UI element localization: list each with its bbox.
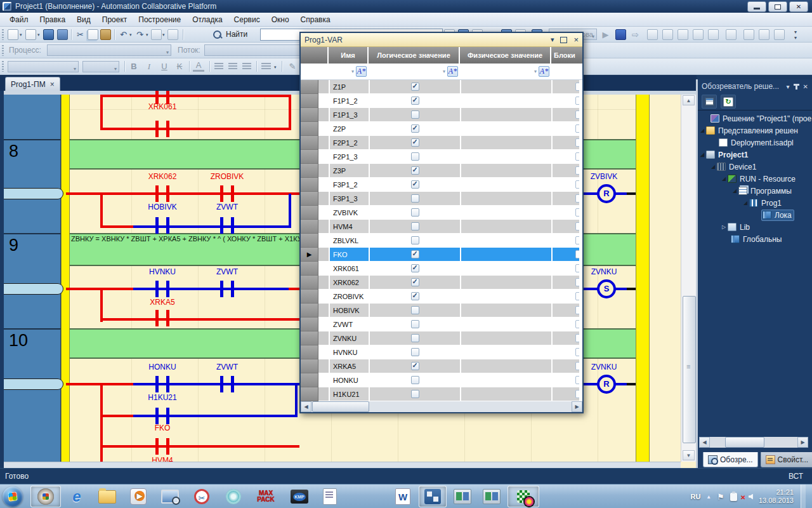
block-checkbox[interactable] bbox=[575, 236, 579, 244]
restore-button[interactable] bbox=[768, 1, 787, 12]
tree-item-solution[interactable]: Решение "Project1" (прое bbox=[698, 112, 812, 124]
blocks-cell[interactable] bbox=[551, 234, 579, 248]
physical-value-cell[interactable] bbox=[460, 94, 551, 108]
contact-hobivk[interactable] bbox=[155, 217, 169, 234]
contact-zvwt-1[interactable] bbox=[220, 217, 234, 234]
value-checkbox[interactable] bbox=[411, 390, 419, 398]
table-row[interactable]: ▶ F1P1_3 bbox=[301, 108, 582, 122]
block-checkbox[interactable] bbox=[575, 110, 579, 119]
logical-value-cell[interactable] bbox=[369, 387, 460, 401]
contact-zvwt-2[interactable] bbox=[220, 281, 234, 297]
expander-closed-icon[interactable]: ▷ bbox=[720, 224, 728, 230]
row-indicator[interactable]: ▶ bbox=[301, 248, 318, 262]
scrollbar-thumb[interactable] bbox=[683, 296, 696, 443]
blocks-cell[interactable] bbox=[551, 290, 579, 304]
speaker-icon[interactable] bbox=[749, 494, 753, 500]
blocks-cell[interactable] bbox=[551, 359, 579, 373]
blocks-cell[interactable] bbox=[551, 220, 579, 234]
toolbar-grip[interactable] bbox=[2, 61, 4, 72]
blocks-cell[interactable] bbox=[551, 331, 579, 345]
tab-close-icon[interactable]: × bbox=[50, 80, 55, 89]
variable-name-cell[interactable]: HVNKU bbox=[329, 345, 369, 359]
variable-name-cell[interactable]: ZROBIVK bbox=[329, 290, 369, 304]
value-checkbox[interactable] bbox=[411, 376, 419, 384]
rung-9-connector[interactable] bbox=[4, 283, 63, 295]
variable-name-cell[interactable]: XRK061 bbox=[329, 262, 369, 276]
expander-open-icon[interactable]: ◢ bbox=[742, 200, 749, 206]
table-row[interactable]: ▶ XRK061 bbox=[301, 262, 582, 276]
row-indicator[interactable]: ▶ bbox=[301, 234, 318, 248]
menu-item[interactable]: Отладка bbox=[187, 13, 228, 26]
physical-value-cell[interactable] bbox=[460, 290, 551, 304]
save-all-icon[interactable] bbox=[57, 29, 68, 40]
action-center-flag-icon[interactable]: ⚑ bbox=[717, 492, 724, 502]
panel-titlebar[interactable]: Обозреватель реше... ▾ ✕ bbox=[698, 79, 812, 93]
tree-item-prog1[interactable]: ◢ Prog1 bbox=[698, 197, 812, 209]
taskbar-teal-app[interactable] bbox=[221, 486, 246, 507]
font-size-combobox[interactable]: ▾ bbox=[82, 61, 119, 72]
physical-value-cell[interactable] bbox=[460, 276, 551, 290]
blocks-cell[interactable] bbox=[551, 164, 579, 178]
open-item-icon[interactable] bbox=[25, 29, 36, 40]
navigate-dropdown[interactable]: ▾ bbox=[162, 32, 165, 37]
menu-item[interactable]: Справка bbox=[295, 13, 336, 26]
debug-icon-7[interactable] bbox=[743, 29, 754, 40]
toolbar-overflow-icon[interactable]: ▾▾ bbox=[794, 29, 796, 41]
variable-name-cell[interactable]: Z2P bbox=[329, 122, 369, 136]
logical-value-cell[interactable] bbox=[369, 80, 460, 94]
filter-dropdown-icon[interactable]: ▾ bbox=[351, 69, 354, 74]
variable-name-cell[interactable]: F1P1_2 bbox=[329, 94, 369, 108]
tab-properties[interactable]: Свойст... bbox=[761, 452, 812, 467]
value-checkbox[interactable] bbox=[411, 208, 419, 217]
logical-value-cell[interactable] bbox=[369, 276, 460, 290]
contact-zrobivk[interactable] bbox=[220, 185, 234, 202]
navigate-forward-icon[interactable] bbox=[167, 29, 178, 40]
row-indicator[interactable]: ▶ bbox=[301, 150, 318, 164]
value-checkbox[interactable] bbox=[411, 97, 419, 105]
row-indicator[interactable]: ▶ bbox=[301, 290, 318, 304]
value-checkbox[interactable] bbox=[411, 292, 419, 300]
row-indicator[interactable]: ▶ bbox=[301, 192, 318, 206]
column-header-blocks[interactable]: Блоки bbox=[551, 47, 582, 64]
block-checkbox[interactable] bbox=[575, 138, 579, 147]
variable-name-cell[interactable]: ZVWT bbox=[329, 318, 369, 331]
menu-item[interactable]: Вид bbox=[71, 13, 96, 26]
table-row[interactable]: ▶ FKO bbox=[301, 248, 582, 262]
clipboard-icon[interactable] bbox=[730, 493, 737, 501]
expander-open-icon[interactable]: ◢ bbox=[709, 164, 717, 170]
physical-value-cell[interactable] bbox=[460, 387, 551, 401]
logical-value-cell[interactable] bbox=[369, 345, 460, 359]
table-row[interactable]: ▶ ZVNKU bbox=[301, 331, 582, 345]
logical-value-cell[interactable] bbox=[369, 234, 460, 248]
taskbar-internet-explorer[interactable]: e bbox=[64, 486, 89, 507]
debug-icon-2[interactable] bbox=[662, 29, 673, 40]
scroll-right-icon[interactable]: ▶ bbox=[797, 437, 808, 448]
block-checkbox[interactable] bbox=[575, 376, 579, 384]
block-checkbox[interactable] bbox=[575, 362, 579, 370]
explorer-horizontal-scrollbar[interactable]: ◀ ▶ bbox=[699, 437, 808, 448]
run-icon[interactable]: ▶ bbox=[600, 29, 611, 40]
taskbar-media-player[interactable] bbox=[126, 486, 151, 507]
variable-name-cell[interactable]: F3P1_3 bbox=[329, 192, 369, 206]
value-checkbox[interactable] bbox=[411, 83, 419, 91]
row-indicator[interactable]: ▶ bbox=[301, 220, 318, 234]
table-row[interactable]: ▶ HOBIVK bbox=[301, 304, 582, 318]
physical-value-cell[interactable] bbox=[460, 206, 551, 220]
value-checkbox[interactable] bbox=[411, 124, 419, 133]
taskbar-acp-app[interactable] bbox=[30, 486, 61, 507]
physical-value-cell[interactable] bbox=[460, 248, 551, 262]
value-checkbox[interactable] bbox=[411, 110, 419, 119]
taskbar-acp-window[interactable] bbox=[419, 486, 447, 507]
scroll-left-icon[interactable]: ◀ bbox=[301, 401, 311, 412]
block-checkbox[interactable] bbox=[575, 264, 579, 272]
value-checkbox[interactable] bbox=[411, 250, 419, 258]
table-row[interactable]: ▶ F3P1_2 bbox=[301, 178, 582, 192]
align-right-icon[interactable] bbox=[242, 63, 251, 69]
row-indicator[interactable]: ▶ bbox=[301, 94, 318, 108]
expander-open-icon[interactable]: ◢ bbox=[698, 128, 706, 133]
row-indicator[interactable]: ▶ bbox=[301, 387, 318, 401]
menu-item[interactable]: Правка bbox=[34, 13, 72, 26]
row-indicator[interactable]: ▶ bbox=[301, 359, 318, 373]
value-checkbox[interactable] bbox=[411, 222, 419, 231]
taskbar-window-app-1[interactable] bbox=[449, 486, 476, 507]
